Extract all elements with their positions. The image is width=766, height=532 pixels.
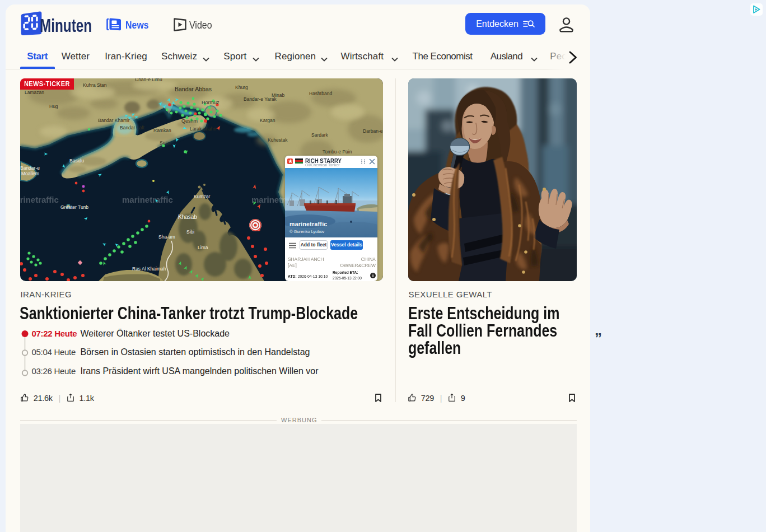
svg-text:Hormuz: Hormuz (202, 100, 219, 105)
svg-text:Qeshm: Qeshm (181, 118, 198, 124)
svg-text:Bandar Khamir: Bandar Khamir (98, 118, 130, 123)
svg-text:Greater Tunb: Greater Tunb (60, 204, 88, 210)
svg-text:Khasab: Khasab (178, 214, 197, 220)
svg-text:Suza: Suza (160, 140, 171, 146)
svg-text:Kumzar: Kumzar (194, 194, 210, 199)
svg-text:Chah-e Limu: Chah-e Limu (135, 78, 162, 82)
svg-text:Kuhra Stan: Kuhra Stan (83, 82, 107, 88)
svg-text:Ramkan: Ramkan (153, 128, 171, 133)
svg-text:Hashtband: Hashtband (309, 91, 332, 96)
svg-text:© Gurenko Lyubov: © Gurenko Lyubov (289, 229, 325, 234)
svg-text:Larak-shahri: Larak-shahri (190, 126, 216, 132)
svg-text:marinetraffic: marinetraffic (122, 195, 173, 204)
svg-text:Khurg: Khurg (235, 85, 248, 90)
svg-text:Kargan: Kargan (260, 118, 275, 123)
svg-text:marinetraffic: marinetraffic (20, 195, 59, 204)
svg-text:Hug: Hug (49, 104, 58, 109)
svg-text:Lamazan: Lamazan (25, 90, 44, 95)
svg-text:Darban-e Sa: Darban-e Sa (363, 128, 383, 134)
svg-text:Bandar Laft: Bandar Laft (120, 125, 145, 130)
svg-text:Sardark: Sardark (311, 132, 329, 138)
svg-text:Bandar Abbas: Bandar Abbas (175, 86, 212, 92)
svg-text:Sibi: Sibi (186, 229, 194, 235)
svg-text:marinetraffic: marinetraffic (289, 221, 328, 227)
svg-text:Bandar-e Yarak: Bandar-e Yarak (244, 96, 277, 102)
svg-text:Ras Al Khaimah: Ras Al Khaimah (132, 266, 166, 272)
svg-text:Bandar-e: Bandar-e (20, 165, 40, 171)
svg-text:Kuhestak: Kuhestak (268, 137, 288, 143)
svg-text:Basidu: Basidu (69, 158, 84, 164)
svg-text:Lima: Lima (198, 245, 208, 250)
svg-text:Sha-am: Sha-am (158, 234, 175, 240)
svg-text:Moallem: Moallem (21, 171, 39, 176)
svg-text:Tombu-e Pain: Tombu-e Pain (323, 149, 352, 155)
